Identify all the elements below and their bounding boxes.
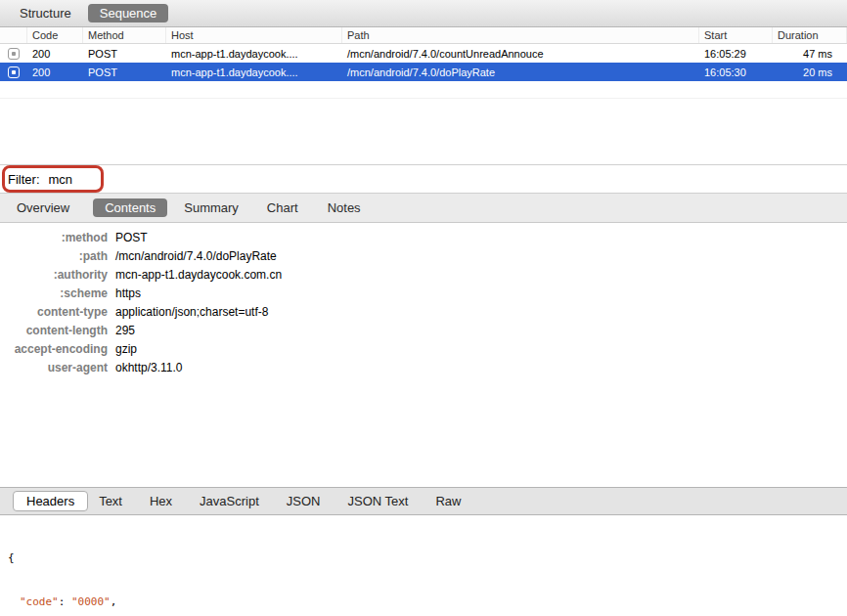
filter-input[interactable] [49,169,840,189]
header-key: accept-encoding [0,342,108,356]
request-host: mcn-app-t1.daydaycook.... [166,48,342,60]
header-key: content-type [0,305,108,319]
header-row: :path /mcn/android/7.4.0/doPlayRate [0,246,847,265]
json-value: "0000" [71,595,111,608]
header-value: application/json;charset=utf-8 [115,305,268,319]
tab-contents[interactable]: Contents [93,198,167,217]
header-value: https [115,286,141,300]
detail-tabbar: Overview Contents Summary Chart Notes [0,194,847,223]
response-body-json: { "code": "0000", "message": "请求成功", "ev… [0,515,847,616]
json-open-brace: { [8,550,847,565]
request-duration: 47 ms [773,48,847,60]
header-key: :authority [0,268,108,282]
tab-raw[interactable]: Raw [435,494,461,508]
tab-json-text[interactable]: JSON Text [347,494,408,508]
request-status-cell [0,48,27,60]
tab-overview[interactable]: Overview [17,200,69,215]
header-key: user-agent [0,361,108,374]
header-key: content-length [0,324,108,337]
request-status-icon [8,66,20,78]
column-code[interactable]: Code [27,27,83,43]
column-icon [0,27,27,43]
table-bottom-divider [0,98,847,99]
header-value: /mcn/android/7.4.0/doPlayRate [115,249,277,263]
header-key: :method [0,231,108,244]
json-colon: : [59,595,71,608]
tab-headers[interactable]: Headers [13,491,88,511]
header-value: okhttp/3.11.0 [115,361,183,374]
tab-javascript[interactable]: JavaScript [200,494,259,508]
request-start: 16:05:29 [699,48,773,60]
header-value: POST [115,231,148,244]
request-code: 200 [27,48,83,60]
header-value: 295 [115,324,135,337]
request-code: 200 [27,66,83,78]
proxy-debugger-window: Structure Sequence Code Method Host Path… [0,0,847,616]
request-status-icon [8,48,20,60]
request-host: mcn-app-t1.daydaycook.... [166,66,342,78]
json-key: "code" [20,595,59,608]
header-value: mcn-app-t1.daydaycook.com.cn [115,268,282,282]
request-row[interactable]: 200 POST mcn-app-t1.daydaycook.... /mcn/… [0,44,847,63]
request-path: /mcn/android/7.4.0/doPlayRate [342,66,699,78]
tab-sequence[interactable]: Sequence [88,4,169,22]
request-path: /mcn/android/7.4.0/countUnreadAnnouce [342,48,699,60]
json-comma: , [111,595,117,608]
filter-label: Filter: [8,172,40,187]
header-key: :path [0,249,108,263]
request-method: POST [83,48,166,60]
header-row: :method POST [0,228,847,246]
tab-summary[interactable]: Summary [184,200,239,215]
column-method[interactable]: Method [83,27,166,43]
column-duration[interactable]: Duration [773,27,847,43]
header-row: :authority mcn-app-t1.daydaycook.com.cn [0,265,847,284]
request-headers-panel: :method POST :path /mcn/android/7.4.0/do… [0,223,847,487]
request-duration: 20 ms [773,66,847,78]
header-row: accept-encoding gzip [0,339,847,358]
body-tabbar: Headers Text Hex JavaScript JSON JSON Te… [0,487,847,515]
header-key: :scheme [0,286,108,300]
column-start[interactable]: Start [699,27,773,43]
request-start: 16:05:30 [699,66,773,78]
view-tabbar: Structure Sequence [0,0,847,27]
tab-text[interactable]: Text [99,494,122,508]
request-method: POST [83,66,166,78]
header-row: :scheme https [0,284,847,302]
tab-json[interactable]: JSON [287,494,321,508]
filter-bar: Filter: [0,164,847,194]
request-table-header: Code Method Host Path Start Duration [0,27,847,44]
header-row: content-type application/json;charset=ut… [0,302,847,321]
header-value: gzip [115,342,137,356]
tab-structure[interactable]: Structure [20,6,71,21]
request-row-selected[interactable]: 200 POST mcn-app-t1.daydaycook.... /mcn/… [0,63,847,81]
column-path[interactable]: Path [342,27,699,43]
tab-chart[interactable]: Chart [267,200,298,215]
tab-notes[interactable]: Notes [328,200,361,215]
json-line: "code": "0000", [8,594,847,609]
json-brace: { [8,551,15,564]
tab-hex[interactable]: Hex [150,494,172,508]
header-row: content-length 295 [0,321,847,339]
request-status-cell [0,66,27,78]
column-host[interactable]: Host [166,27,342,43]
header-row: user-agent okhttp/3.11.0 [0,358,847,376]
